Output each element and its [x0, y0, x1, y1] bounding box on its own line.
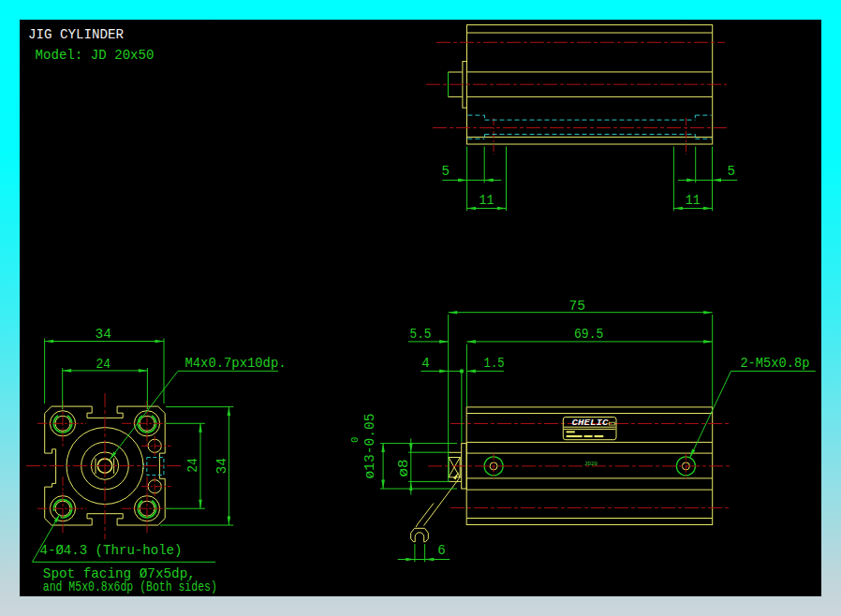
svg-text:6: 6	[437, 543, 446, 559]
svg-text:34: 34	[96, 327, 112, 343]
svg-text:1.5: 1.5	[484, 356, 505, 372]
svg-text:5.5: 5.5	[410, 327, 432, 343]
svg-text:Model: JD 20x50: Model: JD 20x50	[36, 47, 155, 64]
svg-text:2-M5x0.8p: 2-M5x0.8p	[740, 356, 809, 372]
svg-text:5: 5	[442, 164, 450, 180]
svg-text:4: 4	[421, 356, 430, 372]
svg-text:M4x0.7px10dp.: M4x0.7px10dp.	[185, 356, 287, 372]
svg-text:34: 34	[214, 458, 230, 475]
svg-text:ø8: ø8	[396, 460, 412, 477]
svg-text:69.5: 69.5	[574, 327, 604, 343]
svg-text:0: 0	[349, 437, 361, 444]
svg-text:75: 75	[569, 299, 586, 315]
svg-text:JD20: JD20	[584, 462, 598, 467]
svg-text:4-Ø4.3 (Thru-hole): 4-Ø4.3 (Thru-hole)	[40, 543, 183, 559]
svg-text:and M5x0.8x6dp (Both sides): and M5x0.8x6dp (Both sides)	[43, 579, 217, 595]
svg-text:24: 24	[185, 458, 201, 473]
svg-text:5: 5	[728, 164, 736, 180]
svg-text:11: 11	[480, 193, 494, 209]
svg-text:24: 24	[96, 357, 111, 373]
svg-text:11: 11	[686, 193, 701, 209]
svg-text:JIG CYLINDER: JIG CYLINDER	[28, 26, 124, 43]
svg-text:CHELIC: CHELIC	[572, 418, 609, 428]
svg-text:ø13-0.05: ø13-0.05	[362, 414, 378, 479]
